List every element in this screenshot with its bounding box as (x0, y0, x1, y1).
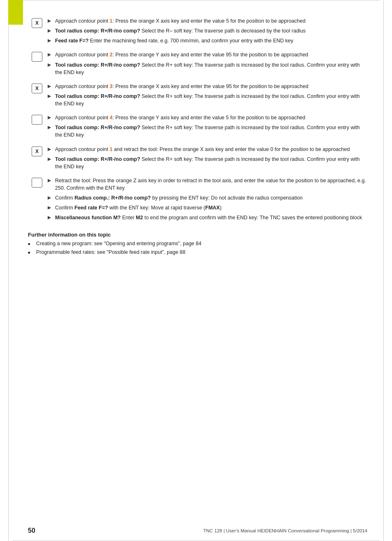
bullet-item-4-0: ▶Approach contour point 1 and retract th… (48, 146, 367, 153)
bullet-text-5-0: Retract the tool: Press the orange Z axi… (55, 177, 367, 192)
step-icon-3 (28, 114, 46, 125)
key-empty-1 (32, 52, 42, 62)
step-group-4: X▶Approach contour point 1 and retract t… (28, 146, 367, 173)
bullet-arrow-icon-2-1: ▶ (48, 93, 53, 100)
bullet-item-0-1: ▶Tool radius comp: R+/R-/no comp? Select… (48, 27, 367, 35)
bullet-text-3-1: Tool radius comp: R+/R-/no comp? Select … (55, 124, 367, 139)
further-info-bullet-icon-1: ■ (28, 250, 34, 255)
bullet-arrow-icon-4-0: ▶ (48, 146, 53, 153)
bullet-text-0-2: Feed rate F=? Enter the machining feed r… (55, 37, 367, 44)
page-border-top (12, 0, 380, 0)
bullet-text-4-1: Tool radius comp: R+/R-/no comp? Select … (55, 156, 367, 170)
bullet-item-4-1: ▶Tool radius comp: R+/R-/no comp? Select… (48, 156, 367, 170)
bullet-item-5-3: ▶Miscellaneous function M? Enter M2 to e… (48, 214, 367, 221)
bullet-item-1-1: ▶Tool radius comp: R+/R-/no comp? Select… (48, 61, 367, 76)
page-border-left (8, 0, 9, 541)
bullet-text-1-0: Approach contour point 2: Press the oran… (55, 51, 367, 58)
bullet-text-0-0: Approach contour point 1: Press the oran… (55, 17, 367, 25)
bullet-item-0-2: ▶Feed rate F=? Enter the machining feed … (48, 37, 367, 44)
bullet-item-3-1: ▶Tool radius comp: R+/R-/no comp? Select… (48, 124, 367, 139)
key-x-0: X (32, 18, 42, 28)
bullet-text-1-1: Tool radius comp: R+/R-/no comp? Select … (55, 61, 367, 76)
step-group-0: X▶Approach contour point 1: Press the or… (28, 17, 367, 47)
bullet-arrow-icon-0-2: ▶ (48, 37, 53, 44)
bullet-text-4-0: Approach contour point 1 and retract the… (55, 146, 367, 153)
further-info-text-1: Programmable feed rates: see "Possible f… (36, 249, 185, 256)
key-empty-5 (32, 178, 42, 188)
bullet-item-5-0: ▶Retract the tool: Press the orange Z ax… (48, 177, 367, 192)
step-icon-1 (28, 51, 46, 62)
footer-page-number: 50 (28, 527, 35, 534)
step-bullets-1: ▶Approach contour point 2: Press the ora… (46, 51, 367, 78)
page-header (0, 0, 392, 13)
bullet-text-5-2: Confirm Feed rate F=? with the ENT key: … (55, 204, 367, 211)
bullet-arrow-icon-2-0: ▶ (48, 83, 53, 90)
further-info-item-1: ■Programmable feed rates: see "Possible … (28, 249, 367, 256)
bullet-arrow-icon-3-0: ▶ (48, 114, 53, 121)
further-info-title: Further information on this topic (28, 232, 367, 238)
page-border-right (383, 0, 384, 541)
further-info-text-0: Creating a new program: see "Opening and… (36, 240, 201, 248)
further-info-items: ■Creating a new program: see "Opening an… (28, 240, 367, 256)
bullet-text-2-0: Approach contour point 3: Press the oran… (55, 83, 367, 90)
key-x-4: X (32, 146, 42, 156)
step-group-2: X▶Approach contour point 3: Press the or… (28, 83, 367, 110)
step-bullets-2: ▶Approach contour point 3: Press the ora… (46, 83, 367, 110)
footer-text: TNC 128 | User's Manual HEIDENHAIN Conve… (203, 528, 367, 533)
bullet-arrow-icon-4-1: ▶ (48, 156, 53, 163)
bullet-arrow-icon-3-1: ▶ (48, 124, 53, 131)
bullet-text-5-1: Confirm Radius comp.: R+/R-/no comp? by … (55, 194, 367, 202)
bullet-item-3-0: ▶Approach contour point 4: Press the ora… (48, 114, 367, 121)
bullet-item-5-1: ▶Confirm Radius comp.: R+/R-/no comp? by… (48, 194, 367, 202)
step-bullets-5: ▶Retract the tool: Press the orange Z ax… (46, 177, 367, 224)
groups-container: X▶Approach contour point 1: Press the or… (28, 17, 367, 224)
bullet-arrow-icon-5-2: ▶ (48, 204, 53, 211)
bullet-item-2-0: ▶Approach contour point 3: Press the ora… (48, 83, 367, 90)
bullet-item-5-2: ▶Confirm Feed rate F=? with the ENT key:… (48, 204, 367, 211)
step-bullets-4: ▶Approach contour point 1 and retract th… (46, 146, 367, 173)
bullet-text-2-1: Tool radius comp: R+/R-/no comp? Select … (55, 93, 367, 107)
bullet-arrow-icon-5-3: ▶ (48, 214, 53, 221)
step-icon-4: X (28, 146, 46, 156)
bullet-arrow-icon-1-1: ▶ (48, 62, 53, 68)
step-group-1: ▶Approach contour point 2: Press the ora… (28, 51, 367, 78)
key-empty-3 (32, 115, 42, 125)
step-group-5: ▶Retract the tool: Press the orange Z ax… (28, 177, 367, 224)
further-info-section: Further information on this topic ■Creat… (28, 232, 367, 256)
main-content: X▶Approach contour point 1: Press the or… (0, 13, 392, 266)
bullet-arrow-icon-0-0: ▶ (48, 18, 53, 24)
step-icon-5 (28, 177, 46, 188)
further-info-item-0: ■Creating a new program: see "Opening an… (28, 240, 367, 248)
step-bullets-3: ▶Approach contour point 4: Press the ora… (46, 114, 367, 141)
bullet-item-2-1: ▶Tool radius comp: R+/R-/no comp? Select… (48, 93, 367, 107)
step-icon-2: X (28, 83, 46, 93)
bullet-text-3-0: Approach contour point 4: Press the oran… (55, 114, 367, 121)
bullet-text-5-3: Miscellaneous function M? Enter M2 to en… (55, 214, 367, 221)
bullet-item-1-0: ▶Approach contour point 2: Press the ora… (48, 51, 367, 58)
step-group-3: ▶Approach contour point 4: Press the ora… (28, 114, 367, 141)
bullet-arrow-icon-1-0: ▶ (48, 51, 53, 58)
chapter-tab (8, 0, 23, 25)
further-info-bullet-icon-0: ■ (28, 241, 34, 247)
page-footer: 50 TNC 128 | User's Manual HEIDENHAIN Co… (0, 527, 392, 534)
bullet-arrow-icon-5-1: ▶ (48, 195, 53, 201)
step-bullets-0: ▶Approach contour point 1: Press the ora… (46, 17, 367, 47)
bullet-text-0-1: Tool radius comp: R+/R-/no comp? Select … (55, 27, 367, 35)
step-icon-0: X (28, 17, 46, 28)
key-x-2: X (32, 84, 42, 93)
bullet-arrow-icon-0-1: ▶ (48, 28, 53, 34)
bullet-item-0-0: ▶Approach contour point 1: Press the ora… (48, 17, 367, 25)
bullet-arrow-icon-5-0: ▶ (48, 177, 53, 184)
